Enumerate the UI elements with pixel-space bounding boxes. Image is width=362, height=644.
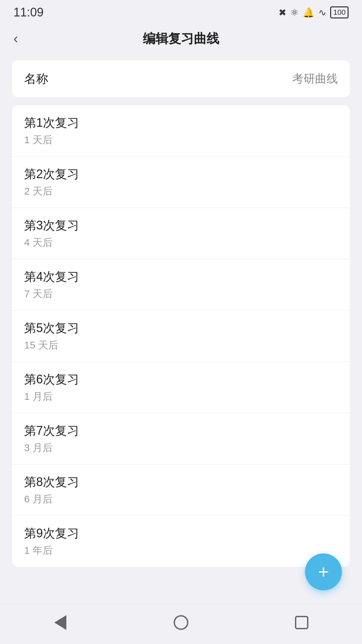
name-card[interactable]: 名称 考研曲线 bbox=[12, 60, 350, 97]
home-nav-button[interactable] bbox=[168, 609, 194, 636]
name-value: 考研曲线 bbox=[292, 71, 338, 87]
review-item-title: 第3次复习 bbox=[24, 217, 338, 234]
fab-container: + bbox=[305, 553, 342, 590]
status-icons: ✖ ⚛ 🔔 ∿ 100 bbox=[279, 6, 349, 18]
review-item-title: 第5次复习 bbox=[24, 320, 338, 336]
review-item-subtitle: 7 天后 bbox=[24, 287, 338, 301]
bluetooth-icon2: ⚛ bbox=[290, 7, 299, 18]
review-list-item[interactable]: 第3次复习4 天后 bbox=[12, 208, 350, 259]
back-nav-button[interactable] bbox=[47, 609, 74, 636]
mute-icon: 🔔 bbox=[303, 7, 314, 18]
bluetooth-icon: ✖ bbox=[279, 7, 286, 18]
review-list-item[interactable]: 第8次复习6 月后 bbox=[12, 465, 350, 516]
back-button[interactable]: ‹ bbox=[13, 32, 18, 46]
recents-square-icon bbox=[295, 616, 308, 629]
review-item-subtitle: 4 天后 bbox=[24, 236, 338, 250]
plus-icon: + bbox=[318, 562, 329, 581]
main-content: 名称 考研曲线 第1次复习1 天后第2次复习2 天后第3次复习4 天后第4次复习… bbox=[0, 54, 362, 604]
home-circle-icon bbox=[174, 615, 188, 630]
review-list-item[interactable]: 第9次复习1 年后 bbox=[12, 516, 350, 567]
review-item-subtitle: 15 天后 bbox=[24, 338, 338, 352]
review-list-item[interactable]: 第1次复习1 天后 bbox=[12, 105, 350, 157]
review-list-item[interactable]: 第6次复习1 月后 bbox=[12, 362, 350, 413]
review-item-subtitle: 1 月后 bbox=[24, 390, 338, 404]
review-item-subtitle: 1 年后 bbox=[24, 544, 338, 557]
review-list-item[interactable]: 第4次复习7 天后 bbox=[12, 259, 350, 311]
status-time: 11:09 bbox=[13, 5, 44, 19]
review-item-title: 第7次复习 bbox=[24, 423, 338, 439]
review-list-item[interactable]: 第2次复习2 天后 bbox=[12, 157, 350, 208]
review-item-title: 第2次复习 bbox=[24, 166, 338, 182]
review-item-title: 第6次复习 bbox=[24, 371, 338, 388]
review-item-subtitle: 3 月后 bbox=[24, 441, 338, 455]
page-title: 编辑复习曲线 bbox=[143, 30, 219, 47]
review-item-subtitle: 2 天后 bbox=[24, 184, 338, 198]
recents-nav-button[interactable] bbox=[288, 609, 315, 636]
top-nav: ‹ 编辑复习曲线 bbox=[0, 23, 362, 54]
review-list-card: 第1次复习1 天后第2次复习2 天后第3次复习4 天后第4次复习7 天后第5次复… bbox=[12, 105, 350, 567]
review-item-title: 第8次复习 bbox=[24, 474, 338, 490]
back-triangle-icon bbox=[54, 615, 66, 630]
review-item-title: 第9次复习 bbox=[24, 525, 338, 542]
name-label: 名称 bbox=[24, 71, 48, 87]
review-item-subtitle: 1 天后 bbox=[24, 133, 338, 147]
review-list-item[interactable]: 第7次复习3 月后 bbox=[12, 413, 350, 465]
review-item-title: 第4次复习 bbox=[24, 269, 338, 285]
bottom-nav bbox=[0, 604, 362, 644]
review-list-item[interactable]: 第5次复习15 天后 bbox=[12, 311, 350, 362]
review-item-title: 第1次复习 bbox=[24, 115, 338, 131]
status-bar: 11:09 ✖ ⚛ 🔔 ∿ 100 bbox=[0, 0, 362, 23]
battery-icon: 100 bbox=[330, 6, 349, 18]
review-item-subtitle: 6 月后 bbox=[24, 492, 338, 506]
add-review-button[interactable]: + bbox=[305, 553, 342, 590]
wifi-icon: ∿ bbox=[318, 7, 326, 18]
